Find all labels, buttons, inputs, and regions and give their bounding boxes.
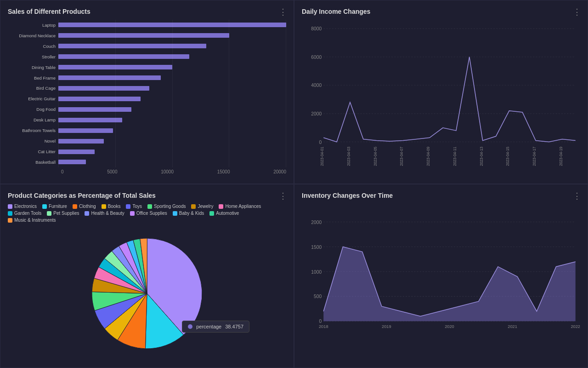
bar-fill xyxy=(58,23,286,27)
svg-text:0: 0 xyxy=(319,140,322,145)
svg-text:2018: 2018 xyxy=(319,324,328,329)
line-chart-panel: Daily Income Changes ⋮ 02000400060008000… xyxy=(294,0,588,184)
bar-gridline xyxy=(286,20,286,167)
area-chart-container: 050010001500200020182019202020212022 xyxy=(302,204,580,358)
svg-text:2023-04-09: 2023-04-09 xyxy=(426,146,430,166)
bar-fill xyxy=(58,150,95,154)
bar-row xyxy=(58,149,286,155)
bar-fill xyxy=(58,128,113,133)
pie-menu-icon[interactable]: ⋮ xyxy=(279,191,287,201)
area-chart-title: Inventory Changes Over Time xyxy=(302,192,580,199)
legend-item: Electronics xyxy=(8,204,37,209)
bar-label: Laptop xyxy=(8,23,56,28)
svg-text:2000: 2000 xyxy=(311,220,322,225)
bar-x-label: 15000 xyxy=(217,169,230,174)
legend-item: Office Supplies xyxy=(130,211,167,216)
bar-chart-container: LaptopDiamond NecklaceCouchStrollerDinin… xyxy=(8,20,286,174)
legend-label: Toys xyxy=(132,204,142,209)
line-chart-title: Daily Income Changes xyxy=(302,8,580,15)
pie-area: percentage 38.4757 xyxy=(8,226,286,360)
bar-label: Desk Lamp xyxy=(8,117,56,122)
svg-text:2020: 2020 xyxy=(445,324,454,329)
line-menu-icon[interactable]: ⋮ xyxy=(573,7,581,17)
svg-text:2019: 2019 xyxy=(382,324,391,329)
legend-label: Office Supplies xyxy=(136,211,167,216)
bar-x-label: 5000 xyxy=(107,169,117,174)
legend-item: Home Appliances xyxy=(219,204,261,209)
line-chart-svg-wrap: 020004000600080002023-04-012023-04-03202… xyxy=(302,20,580,174)
svg-text:1000: 1000 xyxy=(311,270,322,275)
bar-fill xyxy=(58,97,141,101)
svg-text:2023-04-07: 2023-04-07 xyxy=(400,146,404,166)
bar-row xyxy=(58,85,286,92)
bar-chart-panel: Sales of Different Products ⋮ LaptopDiam… xyxy=(0,0,294,184)
svg-text:2023-04-19: 2023-04-19 xyxy=(559,146,563,166)
bar-chart-area: LaptopDiamond NecklaceCouchStrollerDinin… xyxy=(8,20,286,167)
pie-chart-svg xyxy=(87,234,207,353)
svg-text:500: 500 xyxy=(314,294,322,299)
legend-dot xyxy=(173,211,177,216)
bar-row xyxy=(58,22,286,28)
line-chart-container: 020004000600080002023-04-012023-04-03202… xyxy=(302,20,580,174)
svg-text:2023-04-17: 2023-04-17 xyxy=(532,146,537,166)
svg-text:4000: 4000 xyxy=(311,83,322,88)
legend-label: Baby & Kids xyxy=(179,211,204,216)
legend-dot xyxy=(8,218,12,223)
svg-text:2023-04-05: 2023-04-05 xyxy=(373,146,378,166)
svg-text:1500: 1500 xyxy=(311,245,322,250)
bar-fill xyxy=(58,118,122,122)
bar-fill xyxy=(58,33,229,38)
bar-fill xyxy=(58,139,104,144)
bar-rows xyxy=(58,20,286,167)
svg-text:6000: 6000 xyxy=(311,55,322,60)
svg-text:2023-04-15: 2023-04-15 xyxy=(506,146,510,166)
line-chart-svg: 020004000600080002023-04-012023-04-03202… xyxy=(302,20,580,174)
legend-dot xyxy=(209,211,214,216)
legend-dot xyxy=(47,211,51,216)
legend-dot xyxy=(8,204,12,209)
legend-label: Clothing xyxy=(79,204,96,209)
legend-label: Automotive xyxy=(216,211,239,216)
bar-row xyxy=(58,32,286,39)
svg-text:8000: 8000 xyxy=(311,26,322,31)
legend-label: Sporting Goods xyxy=(154,204,186,209)
bar-labels: LaptopDiamond NecklaceCouchStrollerDinin… xyxy=(8,20,58,167)
legend-label: Music & Instruments xyxy=(14,218,56,223)
bar-row xyxy=(58,127,286,134)
bar-fill xyxy=(58,65,172,69)
legend-item: Furniture xyxy=(42,204,67,209)
bar-x-label: 0 xyxy=(61,169,64,174)
bar-row xyxy=(58,106,286,113)
legend-label: Jewelry xyxy=(198,204,213,209)
legend-item: Music & Instruments xyxy=(8,218,56,223)
legend-dot xyxy=(219,204,223,209)
bar-label: Cat Litter xyxy=(8,149,56,154)
bar-menu-icon[interactable]: ⋮ xyxy=(279,7,287,17)
bar-fill xyxy=(58,160,86,164)
bar-row xyxy=(58,159,286,165)
bar-label: Diamond Necklace xyxy=(8,33,56,38)
area-menu-icon[interactable]: ⋮ xyxy=(573,191,581,201)
svg-text:2023-04-03: 2023-04-03 xyxy=(347,146,351,166)
legend-item: Toys xyxy=(126,204,142,209)
pie-tooltip-label: percentage xyxy=(196,324,221,329)
area-chart-svg-wrap: 050010001500200020182019202020212022 xyxy=(302,204,580,358)
svg-text:2000: 2000 xyxy=(311,111,322,116)
legend-item: Jewelry xyxy=(191,204,213,209)
legend-dot xyxy=(191,204,196,209)
bar-x-label: 10000 xyxy=(161,169,174,174)
bar-row xyxy=(58,43,286,49)
bar-row xyxy=(58,138,286,144)
pie-tooltip-dot xyxy=(188,324,192,329)
bar-label: Bathroom Towels xyxy=(8,128,56,133)
bar-chart-title: Sales of Different Products xyxy=(8,8,286,15)
legend-label: Furniture xyxy=(49,204,67,209)
bar-x-axis: 05000100001500020000 xyxy=(61,169,286,174)
legend-dot xyxy=(147,204,152,209)
area-chart-panel: Inventory Changes Over Time ⋮ 0500100015… xyxy=(294,184,588,368)
legend-dot xyxy=(73,204,77,209)
bar-row xyxy=(58,64,286,70)
bar-gridlines xyxy=(58,20,286,167)
bar-label: Dining Table xyxy=(8,65,56,70)
pie-tooltip-value: 38.4757 xyxy=(225,324,243,329)
